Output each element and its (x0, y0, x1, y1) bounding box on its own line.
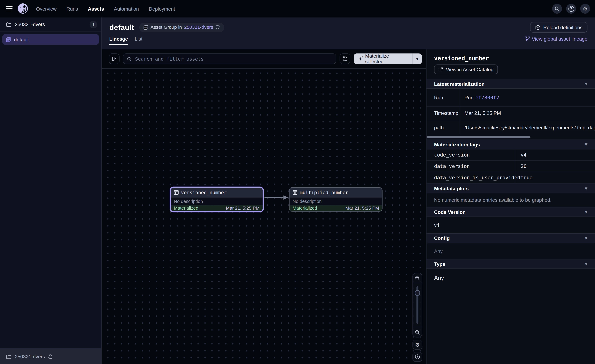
folder-icon (6, 22, 11, 27)
top-nav-actions: ? ⚙ (552, 4, 590, 14)
sidebar-group-count-badge: 1 (90, 21, 97, 28)
expand-sidebar-button[interactable] (109, 53, 120, 64)
asset-node-description: No description (290, 197, 382, 205)
graph-canvas[interactable] (102, 69, 426, 364)
download-graph-button[interactable] (412, 352, 422, 362)
section-materialization-tags[interactable]: Materialization tags ▼ (426, 140, 595, 149)
search-button[interactable] (552, 4, 562, 14)
type-value: Any (426, 269, 595, 287)
hamburger-menu-icon[interactable] (6, 6, 13, 11)
run-value-prefix: Run (464, 95, 474, 100)
chevron-down-icon[interactable]: ▼ (585, 262, 588, 266)
asset-node-name: multiplied_number (300, 190, 348, 195)
nav-item-runs[interactable]: Runs (66, 6, 78, 12)
cube-reload-icon (535, 25, 541, 30)
tag-row: code_version v4 (426, 149, 595, 161)
sidebar: 250321-dvers 1 default 250321-dvers (0, 17, 102, 364)
nav-item-assets[interactable]: Assets (88, 6, 104, 12)
gear-icon: ⚙ (415, 342, 420, 347)
sparkle-icon: ✦✦ (358, 56, 362, 61)
asset-table-icon (174, 190, 179, 195)
help-button[interactable]: ? (566, 4, 576, 14)
code-version-value: v4 (426, 217, 595, 233)
folder-icon (6, 354, 11, 359)
row-label: Run (426, 89, 460, 106)
tab-list[interactable]: List (135, 36, 142, 45)
chevron-down-icon[interactable]: ▼ (585, 187, 588, 190)
scrollbar-thumb[interactable] (427, 136, 531, 138)
reload-definitions-label: Reload definitions (543, 25, 582, 30)
metadata-plots-empty-text: No numeric metadata entries available to… (426, 193, 595, 207)
search-icon (127, 56, 132, 61)
lineage-edge-arrow (264, 195, 289, 201)
horizontal-scrollbar (426, 135, 595, 140)
asset-detail-title: versioned_number (434, 55, 489, 62)
graph-settings-button[interactable]: ⚙ (412, 340, 422, 350)
section-metadata-plots[interactable]: Metadata plots ▼ (426, 183, 595, 193)
section-latest-materialization[interactable]: Latest materialization ▼ (426, 79, 595, 89)
materialize-selected-button[interactable]: ✦✦ Materialize selected ▼ (354, 53, 422, 64)
app: Overview Runs Assets Automation Deployme… (0, 0, 595, 364)
graph-zoom-controls: ⚙ (412, 273, 422, 362)
zoom-in-icon (415, 275, 420, 280)
asset-group-icon (143, 25, 148, 30)
reload-definitions-button[interactable]: Reload definitions (530, 22, 587, 33)
sidebar-group-row[interactable]: 250321-dvers 1 (0, 17, 101, 32)
tag-row: data_version_is_user_provided true (426, 172, 595, 183)
page-title: default (109, 23, 134, 32)
materialize-dropdown-caret[interactable]: ▼ (412, 53, 422, 64)
view-global-asset-lineage-link[interactable]: View global asset lineage (525, 36, 588, 45)
sync-icon[interactable] (215, 25, 220, 29)
zoom-out-button[interactable] (413, 327, 422, 337)
asset-group-icon (6, 37, 11, 42)
asset-node-multiplied-number[interactable]: multiplied_number No description Materia… (289, 187, 382, 211)
tag-value: true (515, 172, 595, 183)
path-link[interactable]: /Users/smackesey/stm/code/elementl/exper… (464, 125, 595, 130)
timestamp-value: Mar 21, 5:25 PM (460, 106, 595, 120)
tab-lineage[interactable]: Lineage (109, 36, 128, 45)
chevron-down-icon[interactable]: ▼ (585, 210, 588, 214)
tag-key: data_version_is_user_provided (426, 172, 515, 183)
section-type[interactable]: Type ▼ (426, 259, 595, 269)
asset-node-timestamp: Mar 21, 5:25 PM (346, 206, 379, 211)
page-header: default Asset Group in 250321-dvers (102, 17, 595, 49)
sync-icon[interactable] (48, 354, 53, 359)
download-icon (415, 354, 420, 359)
lineage-icon (525, 36, 530, 42)
section-code-version[interactable]: Code Version ▼ (426, 207, 595, 217)
chevron-down-icon[interactable]: ▼ (585, 82, 588, 86)
nav-item-deployment[interactable]: Deployment (149, 6, 175, 12)
settings-button[interactable]: ⚙ (580, 4, 590, 14)
row-label: Timestamp (426, 106, 460, 120)
sidebar-footer[interactable]: 250321-dvers (0, 349, 101, 364)
sidebar-item-default[interactable]: default (2, 34, 99, 45)
refresh-graph-button[interactable] (340, 53, 350, 64)
chevron-down-icon[interactable]: ▼ (585, 236, 588, 240)
zoom-in-button[interactable] (413, 273, 422, 283)
dagster-logo-icon[interactable] (16, 2, 29, 15)
asset-table-icon (292, 190, 298, 195)
nav-item-overview[interactable]: Overview (36, 6, 57, 12)
primary-nav: Overview Runs Assets Automation Deployme… (36, 6, 175, 12)
tag-value: 20 (515, 161, 595, 172)
view-in-asset-catalog-button[interactable]: View in Asset Catalog (434, 64, 498, 74)
asset-node-versioned-number[interactable]: versioned_number No description Material… (170, 187, 264, 212)
config-value: Any (426, 243, 595, 259)
zoom-slider[interactable] (413, 283, 422, 327)
graph-toolbar: ✦✦ Materialize selected ▼ (102, 49, 426, 69)
tag-row: data_version 20 (426, 161, 595, 172)
expand-panel-icon (112, 56, 117, 61)
section-config[interactable]: Config ▼ (426, 233, 595, 243)
asset-group-badge-link[interactable]: 250321-dvers (184, 25, 213, 30)
zoom-slider-thumb[interactable] (415, 290, 420, 296)
chevron-down-icon[interactable]: ▼ (585, 143, 588, 146)
run-id-link[interactable]: ef7800f2 (475, 95, 499, 100)
help-icon: ? (568, 6, 574, 12)
nav-item-automation[interactable]: Automation (114, 6, 139, 12)
asset-group-badge[interactable]: Asset Group in 250321-dvers (139, 22, 224, 32)
search-input[interactable] (134, 56, 333, 62)
refresh-icon (342, 56, 348, 61)
sidebar-item-label: default (14, 36, 29, 42)
search-icon (554, 6, 560, 11)
table-row-timestamp: Timestamp Mar 21, 5:25 PM (426, 106, 595, 120)
